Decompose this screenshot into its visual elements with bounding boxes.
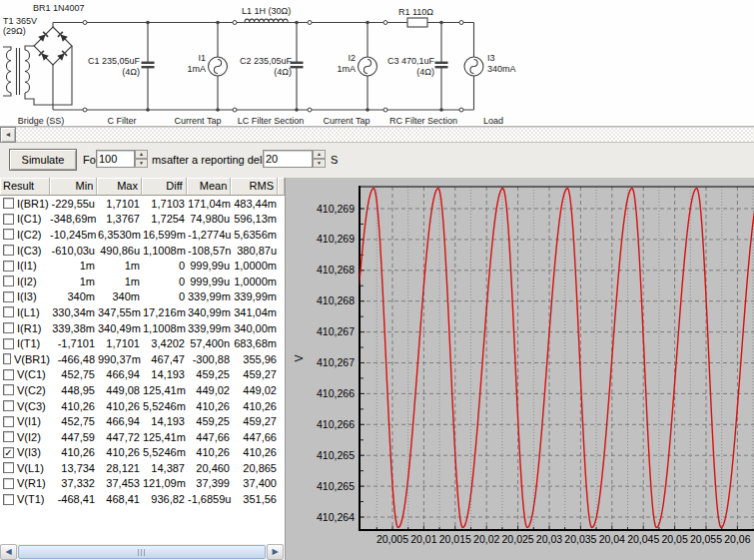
- value-cell: 990,37m: [98, 353, 143, 365]
- current-source-i3[interactable]: [464, 57, 483, 76]
- result-checkbox[interactable]: [3, 306, 14, 317]
- result-checkbox[interactable]: [3, 462, 14, 473]
- result-checkbox[interactable]: [3, 400, 14, 411]
- scroll-left-icon[interactable]: ◀: [0, 544, 17, 560]
- result-label: I(L1): [17, 306, 40, 318]
- result-label: V(L1): [17, 462, 44, 474]
- spin-down-icon[interactable]: ▼: [313, 159, 326, 168]
- table-row-V(C1)[interactable]: V(C1)452,75466,9414,193459,25459,27: [0, 367, 285, 383]
- table-row-V(I3)[interactable]: ✓V(I3)410,26410,265,5246m410,26410,26: [0, 445, 285, 461]
- x-tick-label: 20,035: [564, 533, 596, 545]
- value-cell: 1,3767: [98, 213, 143, 225]
- result-checkbox[interactable]: [3, 245, 14, 256]
- scrollbar-track[interactable]: [16, 127, 754, 143]
- result-checkbox[interactable]: [3, 229, 14, 240]
- scroll-right-icon[interactable]: ▶: [267, 544, 284, 560]
- table-row-V(C2)[interactable]: V(C2)448,95449,08125,41m449,02449,02: [0, 382, 285, 398]
- duration-input[interactable]: [96, 150, 135, 168]
- table-row-V(BR1)[interactable]: V(BR1)-466,48990,37m467,47-300,88355,96: [0, 351, 285, 367]
- result-checkbox[interactable]: [3, 276, 14, 286]
- result-checkbox[interactable]: [3, 291, 14, 302]
- result-checkbox[interactable]: [3, 322, 14, 333]
- table-row-I(C1)[interactable]: I(C1)-348,69m1,37671,725474,980u596,13m: [0, 212, 285, 228]
- value-cell: 5,5246m: [143, 446, 188, 458]
- spin-down-icon[interactable]: ▼: [135, 159, 148, 168]
- result-checkbox[interactable]: [3, 198, 14, 209]
- table-row-I(L1)[interactable]: I(L1)330,34m347,55m17,216m340,99m341,04m: [0, 304, 285, 320]
- simulate-button[interactable]: Simulate: [9, 149, 77, 171]
- table-row-I(I3)[interactable]: I(I3)340m340m0339,99m339,99m: [0, 289, 285, 305]
- column-header-max[interactable]: Max: [97, 178, 142, 196]
- table-row-V(L1)[interactable]: V(L1)13,73428,12114,38720,46020,865: [0, 460, 285, 476]
- y-tick-label: 410,268: [317, 264, 355, 276]
- result-checkbox[interactable]: [3, 261, 14, 272]
- value-cell: 1,7101: [98, 198, 143, 210]
- value-cell: 340m: [98, 290, 143, 302]
- table-row-V(I2)[interactable]: V(I2)447,59447,72125,41m447,66447,66: [0, 429, 285, 445]
- value-cell: 410,26: [98, 400, 143, 412]
- table-row-I(BR1)[interactable]: I(BR1)-229,55u1,71011,7103171,04m483,44m: [0, 196, 285, 212]
- table-row-I(R1)[interactable]: I(R1)339,38m340,49m1,1008m339,99m340,00m: [0, 320, 285, 336]
- value-cell: -1,7101: [50, 337, 98, 349]
- spin-up-icon[interactable]: ▲: [135, 150, 148, 159]
- table-row-V(I1)[interactable]: V(I1)452,75466,9414,193459,25459,27: [0, 413, 285, 429]
- current-source-i2[interactable]: [359, 57, 377, 76]
- circuit-schematic[interactable]: T1 365V (29Ω) BR1 1N4007 C1 235,05uF (4Ω…: [0, 0, 754, 127]
- result-checkbox[interactable]: [3, 214, 14, 225]
- table-row-I(C2)[interactable]: I(C2)-10,245m6,3530m16,599m-1,2774u5,635…: [0, 227, 285, 243]
- result-checkbox[interactable]: [3, 369, 14, 380]
- spin-up-icon[interactable]: ▲: [313, 150, 326, 159]
- column-header-diff[interactable]: Diff: [142, 178, 187, 196]
- capacitor-c2[interactable]: [291, 63, 304, 67]
- result-checkbox[interactable]: [3, 478, 14, 489]
- value-cell: -300,88: [188, 353, 233, 365]
- result-checkbox[interactable]: [3, 416, 14, 427]
- table-row-I(I1)[interactable]: I(I1)1m1m0999,99u1,0000m: [0, 258, 285, 274]
- column-header-mean[interactable]: Mean: [187, 178, 232, 196]
- result-checkbox[interactable]: [3, 353, 11, 364]
- waveform-chart[interactable]: 410,269410,269410,268410,268410,267410,2…: [286, 178, 754, 560]
- table-row-I(I2)[interactable]: I(I2)1m1m0999,99u1,0000m: [0, 274, 285, 289]
- x-tick-label: 20,025: [502, 533, 534, 545]
- table-row-V(T1)[interactable]: V(T1)-468,41468,41936,82-1,6859u351,56: [0, 491, 285, 507]
- schematic-hscrollbar[interactable]: ◄: [0, 127, 754, 143]
- results-table-body: I(BR1)-229,55u1,71011,7103171,04m483,44m…: [0, 196, 285, 507]
- value-cell: 1,0000m: [233, 276, 280, 287]
- value-cell: 339,99m: [188, 290, 233, 302]
- scroll-left-icon[interactable]: ◄: [0, 127, 16, 143]
- transformer-t1[interactable]: [6, 48, 29, 95]
- value-cell: 459,25: [188, 415, 233, 427]
- chart-panel: 410,269410,269410,268410,268410,267410,2…: [285, 178, 754, 560]
- resistor-r1[interactable]: [407, 18, 427, 27]
- column-header-rms[interactable]: RMS: [231, 178, 278, 196]
- column-header-min[interactable]: Min: [50, 178, 98, 196]
- column-header-result[interactable]: Result: [0, 178, 50, 196]
- result-checkbox[interactable]: [3, 431, 14, 442]
- value-cell: -1,6859u: [188, 493, 233, 505]
- value-cell: 1,1008m: [143, 322, 188, 334]
- x-tick-label: 20,06: [724, 533, 750, 545]
- table-row-I(C3)[interactable]: I(C3)-610,03u490,86u1,1008m-108,57n380,8…: [0, 243, 285, 259]
- scrollbar-thumb[interactable]: [18, 545, 266, 559]
- bridge-rectifier-br1[interactable]: [34, 27, 72, 65]
- results-hscrollbar[interactable]: ◀ ▶: [0, 544, 284, 560]
- capacitor-c1[interactable]: [142, 63, 155, 67]
- current-source-i1[interactable]: [209, 57, 228, 76]
- y-tick-label: 410,268: [317, 294, 355, 306]
- result-checkbox[interactable]: [3, 338, 14, 349]
- capacitor-c3[interactable]: [435, 63, 448, 67]
- c2-sublabel: (4Ω): [274, 67, 292, 77]
- result-checkbox[interactable]: [3, 494, 14, 505]
- table-row-V(C3)[interactable]: V(C3)410,26410,265,5246m410,26410,26: [0, 398, 285, 414]
- c3-sublabel: (4Ω): [416, 67, 434, 77]
- result-checkbox[interactable]: [3, 384, 14, 395]
- table-row-V(R1)[interactable]: V(R1)37,33237,453121,09m37,39937,400: [0, 476, 285, 492]
- y-tick-label: 410,269: [317, 203, 355, 215]
- value-cell: 20,460: [188, 462, 233, 474]
- value-cell: 596,13m: [233, 213, 280, 225]
- table-row-I(T1)[interactable]: I(T1)-1,71011,71013,420257,400n683,68m: [0, 335, 285, 351]
- value-cell: 125,41m: [143, 431, 188, 443]
- result-checkbox[interactable]: ✓: [3, 447, 14, 458]
- delay-input[interactable]: [263, 150, 313, 168]
- result-label: V(I2): [17, 431, 41, 443]
